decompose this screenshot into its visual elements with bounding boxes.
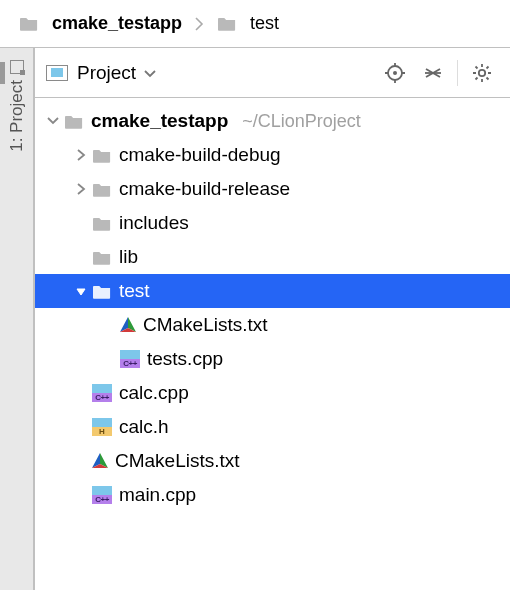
tree-node-path-hint: ~/CLionProject xyxy=(242,111,361,132)
tree-node[interactable]: CMakeLists.txt xyxy=(35,308,510,342)
tree-node-label: calc.h xyxy=(119,416,169,438)
view-selector[interactable]: Project xyxy=(45,62,156,84)
tree-node-label: test xyxy=(119,280,150,302)
cpp-file-icon: C++ xyxy=(119,350,141,368)
expand-arrow-icon[interactable] xyxy=(43,115,63,127)
tree-node-label: CMakeLists.txt xyxy=(143,314,268,336)
folder-icon xyxy=(63,114,85,129)
svg-point-1 xyxy=(393,71,397,75)
tool-tab-project[interactable]: 1: Project xyxy=(5,60,29,152)
chevron-right-icon xyxy=(194,17,204,31)
locate-target-button[interactable] xyxy=(381,59,409,87)
tool-tab-label: 1: Project xyxy=(7,80,27,152)
breadcrumb-label: test xyxy=(250,13,279,34)
settings-button[interactable] xyxy=(468,59,496,87)
tree-node-label: cmake-build-debug xyxy=(119,144,281,166)
chevron-down-icon xyxy=(144,62,156,83)
folder-icon xyxy=(91,182,113,197)
tree-node[interactable]: C++tests.cpp xyxy=(35,342,510,376)
tree-node[interactable]: CMakeLists.txt xyxy=(35,444,510,478)
tree-node-label: CMakeLists.txt xyxy=(115,450,240,472)
folder-icon xyxy=(18,16,40,31)
project-tab-icon xyxy=(10,60,24,74)
breadcrumb-item-test[interactable]: test xyxy=(210,11,285,36)
project-panel: Project xyxy=(34,48,510,590)
folder-icon xyxy=(216,16,238,31)
tree-node-label: tests.cpp xyxy=(147,348,223,370)
view-name: Project xyxy=(77,62,136,84)
breadcrumb-label: cmake_testapp xyxy=(52,13,182,34)
breadcrumb-bar: cmake_testapp test xyxy=(0,0,510,48)
expand-arrow-icon[interactable] xyxy=(71,183,91,195)
tree-node[interactable]: C++calc.cpp xyxy=(35,376,510,410)
project-tree[interactable]: cmake_testapp ~/CLionProject cmake-build… xyxy=(35,98,510,590)
tree-node-label: cmake-build-release xyxy=(119,178,290,200)
svg-point-2 xyxy=(479,69,485,75)
folder-icon xyxy=(91,148,113,163)
tree-node[interactable]: lib xyxy=(35,240,510,274)
tree-node[interactable]: cmake-build-debug xyxy=(35,138,510,172)
tree-node-label: calc.cpp xyxy=(119,382,189,404)
tree-node-project-root[interactable]: cmake_testapp ~/CLionProject xyxy=(35,104,510,138)
tree-node[interactable]: includes xyxy=(35,206,510,240)
breadcrumb-item-root[interactable]: cmake_testapp xyxy=(12,11,188,36)
tree-node-label: main.cpp xyxy=(119,484,196,506)
cpp-file-icon: C++ xyxy=(91,384,113,402)
folder-icon xyxy=(91,250,113,265)
tree-node-label: cmake_testapp xyxy=(91,110,228,132)
project-view-icon xyxy=(45,64,69,82)
folder-icon xyxy=(91,284,113,299)
tree-node[interactable]: Hcalc.h xyxy=(35,410,510,444)
folder-icon xyxy=(91,216,113,231)
project-panel-header: Project xyxy=(35,48,510,98)
tree-node-label: includes xyxy=(119,212,189,234)
tree-node[interactable]: C++main.cpp xyxy=(35,478,510,512)
tree-node[interactable]: test xyxy=(35,274,510,308)
tree-node[interactable]: cmake-build-release xyxy=(35,172,510,206)
collapse-all-button[interactable] xyxy=(419,59,447,87)
expand-arrow-icon[interactable] xyxy=(71,149,91,161)
cpp-file-icon: C++ xyxy=(91,486,113,504)
tree-node-label: lib xyxy=(119,246,138,268)
cmake-icon xyxy=(119,316,137,334)
cmake-icon xyxy=(91,452,109,470)
separator xyxy=(457,60,458,86)
active-tab-marker xyxy=(0,62,5,84)
header-file-icon: H xyxy=(91,418,113,436)
tool-tab-strip: 1: Project xyxy=(0,48,34,590)
expand-arrow-icon[interactable] xyxy=(71,285,91,297)
